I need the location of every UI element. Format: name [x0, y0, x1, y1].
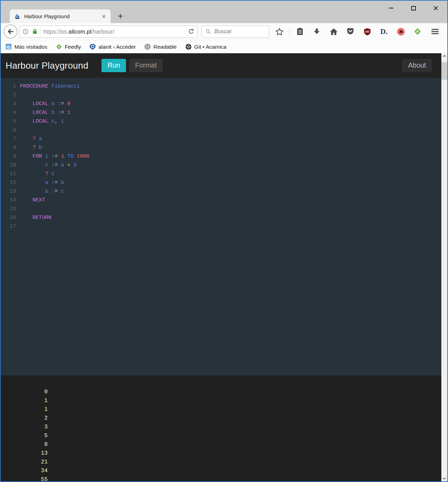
- app-header: Harbour Playground Run Format About: [1, 53, 441, 78]
- line-number: 7: [1, 135, 16, 143]
- run-button[interactable]: Run: [102, 59, 126, 72]
- window-controls: ×: [383, 2, 444, 14]
- code-line[interactable]: 2: [1, 91, 441, 99]
- download-icon[interactable]: [312, 27, 321, 36]
- menu-icon[interactable]: [430, 27, 440, 36]
- minimize-icon: [389, 8, 393, 8]
- pocket-icon[interactable]: [346, 27, 355, 36]
- toolbar-divider: [289, 27, 290, 36]
- page-viewport: Harbour Playground Run Format About 1PRO…: [1, 53, 447, 481]
- scrollbar-up-icon[interactable]: [441, 53, 447, 59]
- line-number: 14: [1, 196, 16, 205]
- line-number: 15: [1, 205, 16, 213]
- search-icon: [205, 28, 211, 35]
- bookmark-readable[interactable]: Readable: [144, 43, 176, 50]
- format-button[interactable]: Format: [129, 59, 163, 72]
- line-number: 5: [1, 117, 16, 126]
- code-line[interactable]: 1PROCEDURE Fibonacci: [1, 82, 441, 91]
- bookmark-label: Feedly: [65, 44, 81, 50]
- red-extension-icon[interactable]: [396, 27, 405, 36]
- harbour-sailboat-favicon-icon: [14, 13, 21, 20]
- url-input[interactable]: https://os.allcom.pl/harbour/: [43, 28, 188, 35]
- address-bar[interactable]: https://os.allcom.pl/harbour/: [19, 26, 197, 38]
- line-number: 16: [1, 213, 16, 222]
- new-tab-button[interactable]: +: [114, 11, 126, 21]
- search-box[interactable]: Buscar: [202, 26, 269, 38]
- code-line[interactable]: 16 RETURN: [1, 213, 441, 222]
- code-line[interactable]: 7 ? a: [1, 135, 441, 143]
- bookmark-label: Git • Acamica: [194, 44, 226, 50]
- line-number: 8: [1, 143, 16, 152]
- code-line[interactable]: 15: [1, 205, 441, 213]
- line-number: 10: [1, 161, 16, 170]
- about-button[interactable]: About: [402, 59, 432, 72]
- maximize-button[interactable]: [405, 2, 421, 14]
- lock-icon[interactable]: [31, 28, 38, 35]
- line-number: 13: [1, 187, 16, 196]
- scrollbar-down-icon[interactable]: [441, 475, 447, 481]
- output-line: 8: [1, 440, 48, 449]
- output-area: 011235813213455: [1, 376, 441, 481]
- code-line[interactable]: 11 ? c: [1, 170, 441, 178]
- git-gear-icon: [185, 43, 192, 50]
- back-button[interactable]: [4, 25, 18, 39]
- code-line[interactable]: 4 LOCAL b := 1: [1, 108, 441, 117]
- url-separator: [40, 28, 41, 35]
- code-line[interactable]: 8 ? b: [1, 143, 441, 152]
- code-line[interactable]: 12 a := b: [1, 178, 441, 187]
- line-number: 1: [1, 82, 16, 91]
- line-number: 12: [1, 178, 16, 187]
- reload-icon[interactable]: [188, 28, 195, 35]
- bookmark-star-icon[interactable]: [275, 27, 284, 36]
- bookmark-git-acamica[interactable]: Git • Acamica: [185, 43, 226, 50]
- output-line: 55: [1, 475, 48, 481]
- browser-window: Harbour Playground × + ×: [0, 0, 448, 482]
- code-line[interactable]: 17: [1, 222, 441, 231]
- bookmark-feedly[interactable]: Feedly: [56, 43, 81, 50]
- search-input[interactable]: Buscar: [214, 28, 232, 35]
- bookmark-label: Readable: [153, 44, 176, 50]
- code-editor[interactable]: 1PROCEDURE Fibonacci23 LOCAL a := 04 LOC…: [1, 78, 441, 376]
- page-content: Harbour Playground Run Format About 1PRO…: [1, 53, 441, 481]
- line-number: 6: [1, 126, 16, 135]
- code-line[interactable]: 14 NEXT: [1, 196, 441, 205]
- code-line[interactable]: 5 LOCAL c, i: [1, 117, 441, 126]
- bookmark-most-visited[interactable]: Más visitados: [5, 43, 47, 50]
- close-button[interactable]: ×: [428, 2, 444, 14]
- line-number: 3: [1, 99, 16, 108]
- output-line: 5: [1, 432, 48, 440]
- bookmark-label: alanit ‹ Acceder: [98, 44, 136, 50]
- line-number: 2: [1, 91, 16, 99]
- minimize-button[interactable]: [383, 2, 399, 14]
- code-line[interactable]: 6: [1, 126, 441, 135]
- tab-close-icon[interactable]: ×: [101, 13, 106, 20]
- feedly-icon[interactable]: [413, 27, 422, 36]
- reading-list-icon[interactable]: [295, 27, 304, 36]
- output-line: 2: [1, 414, 48, 423]
- output-line: 1: [1, 405, 48, 414]
- home-icon[interactable]: [329, 27, 338, 36]
- bookmark-alanit[interactable]: alanit ‹ Acceder: [89, 43, 136, 50]
- output-line: 1: [1, 397, 48, 405]
- code-line[interactable]: 13 b := c: [1, 187, 441, 196]
- tab-bar: Harbour Playground × + ×: [1, 1, 447, 23]
- toolbar-icons: uO D.: [275, 27, 447, 36]
- output-line: 3: [1, 423, 48, 432]
- code-line[interactable]: 3 LOCAL a := 0: [1, 99, 441, 108]
- alanit-shield-icon: [89, 43, 96, 50]
- code-line[interactable]: 9 FOR i := 1 TO 1000: [1, 152, 441, 161]
- output-line: 13: [1, 449, 48, 458]
- bookmark-label: Más visitados: [14, 44, 47, 50]
- output-line: 34: [1, 467, 48, 475]
- page-title: Harbour Playground: [6, 60, 88, 71]
- d-extension-icon[interactable]: D.: [379, 27, 388, 36]
- browser-tab[interactable]: Harbour Playground ×: [10, 9, 111, 23]
- code-line[interactable]: 10 c := a + b: [1, 161, 441, 170]
- scrollbar-thumb[interactable]: [441, 62, 447, 80]
- line-number: 4: [1, 108, 16, 117]
- page-scrollbar[interactable]: [441, 53, 447, 481]
- info-icon[interactable]: [22, 28, 29, 35]
- ublock-shield-icon[interactable]: uO: [363, 27, 372, 36]
- back-arrow-icon: [7, 28, 14, 35]
- line-number: 9: [1, 152, 16, 161]
